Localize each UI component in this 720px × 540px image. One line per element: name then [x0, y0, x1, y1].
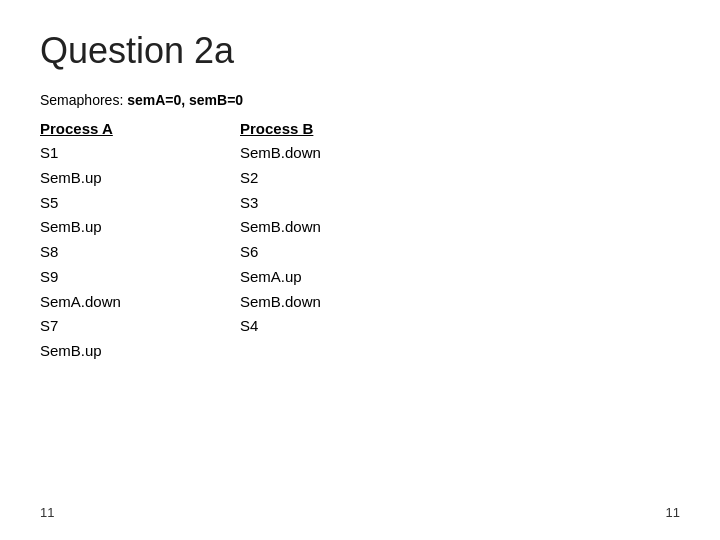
- process-b-header: Process B: [240, 120, 440, 137]
- list-item: SemB.down: [240, 215, 440, 240]
- process-a-column: Process A S1 SemB.up S5 SemB.up S8 S9 Se…: [40, 120, 240, 364]
- footer-right: 11: [666, 505, 680, 520]
- list-item: S8: [40, 240, 240, 265]
- list-item: SemB.up: [40, 215, 240, 240]
- footer: 11 11: [40, 505, 680, 520]
- footer-left: 11: [40, 505, 54, 520]
- list-item: S9: [40, 265, 240, 290]
- list-item: SemB.down: [240, 290, 440, 315]
- semaphores-value: semA=0, semB=0: [127, 92, 243, 108]
- list-item: SemA.up: [240, 265, 440, 290]
- page-title: Question 2a: [40, 30, 680, 72]
- semaphores-label: Semaphores:: [40, 92, 127, 108]
- list-item: S7: [40, 314, 240, 339]
- list-item: S5: [40, 191, 240, 216]
- process-a-header: Process A: [40, 120, 240, 137]
- list-item: SemB.down: [240, 141, 440, 166]
- list-item: S3: [240, 191, 440, 216]
- list-item: SemB.up: [40, 166, 240, 191]
- list-item: SemA.down: [40, 290, 240, 315]
- process-b-column: Process B SemB.down S2 S3 SemB.down S6 S…: [240, 120, 440, 364]
- list-item: SemB.up: [40, 339, 240, 364]
- list-item: S2: [240, 166, 440, 191]
- semaphores-line: Semaphores: semA=0, semB=0: [40, 92, 680, 108]
- page: Question 2a Semaphores: semA=0, semB=0 P…: [0, 0, 720, 540]
- list-item: S1: [40, 141, 240, 166]
- list-item: S4: [240, 314, 440, 339]
- list-item: S6: [240, 240, 440, 265]
- columns-container: Process A S1 SemB.up S5 SemB.up S8 S9 Se…: [40, 120, 680, 364]
